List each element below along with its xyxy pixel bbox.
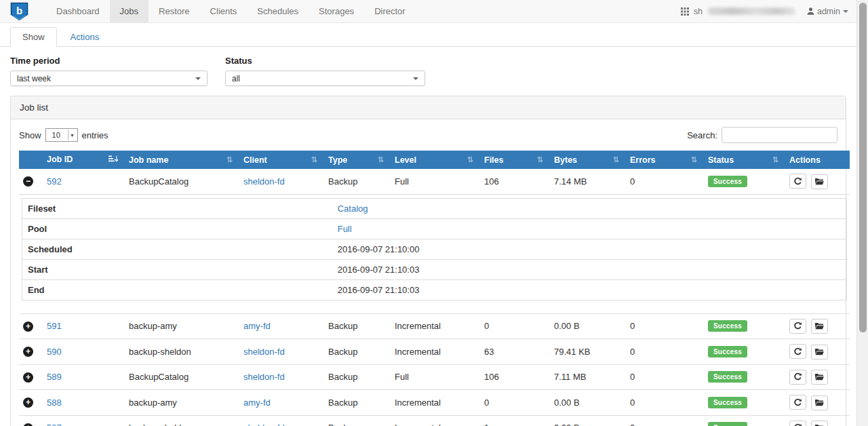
job-id-link[interactable]: 592 (47, 176, 62, 187)
nav-item-clients[interactable]: Clients (200, 0, 248, 22)
nav-item-director[interactable]: Director (364, 0, 416, 22)
detail-value: 2016-09-07 21:10:03 (332, 259, 847, 279)
column-header-errors[interactable]: ⇅Errors (625, 151, 703, 169)
job-list-panel: Job list Show 10 ▼ entries Search: (10, 96, 846, 426)
client-link[interactable]: amy-fd (243, 321, 271, 331)
sort-icon: ⇅ (378, 155, 384, 164)
client-link[interactable]: sheldon-fd (243, 347, 285, 357)
search-input[interactable] (722, 127, 837, 143)
detail-row-start: Start2016-09-07 21:10:03 (22, 259, 847, 279)
director-name-prefix[interactable]: sh (694, 7, 703, 16)
job-type-cell: Backup (323, 415, 389, 426)
expand-row-icon[interactable]: + (23, 423, 33, 426)
entries-label: entries (82, 130, 108, 140)
sort-icon: ⇅ (613, 155, 619, 164)
sort-icon: ⇅ (226, 155, 233, 164)
column-header-job-name[interactable]: ⇅Job name (123, 151, 238, 169)
rerun-icon (793, 398, 802, 407)
rerun-button[interactable] (789, 395, 806, 410)
expand-row-icon[interactable]: + (23, 322, 33, 332)
job-id-link[interactable]: 589 (47, 372, 62, 382)
job-id-link[interactable]: 591 (47, 321, 62, 331)
restore-browse-button[interactable] (811, 395, 828, 410)
status-select[interactable]: all (225, 71, 425, 86)
job-bytes-cell: 7.14 MB (549, 169, 625, 194)
time-period-select[interactable]: last week (10, 71, 208, 86)
restore-browse-button[interactable] (811, 319, 828, 334)
rerun-button[interactable] (789, 344, 806, 359)
column-label: Client (243, 155, 267, 165)
column-header-type[interactable]: ⇅Type (323, 151, 389, 169)
job-id-link[interactable]: 590 (47, 347, 62, 357)
column-label: Files (484, 155, 504, 165)
page: b DashboardJobsRestoreClientsSchedulesSt… (0, 0, 856, 426)
column-header-files[interactable]: ⇅Files (479, 151, 549, 169)
client-link[interactable]: amy-fd (243, 398, 271, 408)
client-link[interactable]: sheldon-fd (243, 176, 285, 187)
detail-label: Fileset (22, 198, 332, 218)
job-id-link[interactable]: 588 (47, 398, 62, 408)
restore-browse-button[interactable] (811, 370, 828, 385)
job-name-cell: backup-sheldon (123, 339, 238, 365)
job-id-link[interactable]: 587 (47, 423, 62, 426)
job-level-cell: Incremental (389, 390, 479, 416)
job-errors-cell: 0 (625, 364, 703, 390)
column-header-level[interactable]: ⇅Level (389, 151, 479, 169)
collapse-row-icon[interactable]: − (23, 176, 33, 187)
expand-row-icon[interactable]: + (23, 398, 33, 408)
sort-icon: ⇅ (772, 155, 778, 164)
job-name-cell: backup-sheldon (123, 415, 238, 426)
job-level-cell: Incremental (389, 339, 479, 365)
nav-item-storages[interactable]: Storages (309, 0, 364, 22)
column-label: Status (708, 155, 734, 165)
rerun-button[interactable] (789, 319, 806, 334)
column-header-bytes[interactable]: ⇅Bytes (549, 151, 625, 169)
detail-value-link[interactable]: Full (338, 224, 352, 234)
user-menu[interactable]: admin (806, 7, 848, 16)
column-header-job-id[interactable]: Job ID (41, 151, 123, 169)
rerun-button[interactable] (789, 174, 806, 189)
expand-row-icon[interactable]: + (23, 347, 33, 357)
detail-label: Scheduled (22, 239, 332, 259)
job-type-cell: Backup (323, 390, 389, 416)
folder-open-icon (814, 322, 824, 330)
job-level-cell: Incremental (389, 415, 479, 426)
time-period-value: last week (17, 74, 51, 83)
user-name: admin (817, 7, 840, 16)
detail-row-pool: PoolFull (22, 218, 847, 239)
jobs-table: Job ID⇅Job name⇅Client⇅Type⇅Level⇅Files⇅… (19, 151, 850, 426)
job-bytes-cell: 79.41 KB (549, 339, 625, 365)
job-level-cell: Incremental (389, 313, 479, 339)
show-label: Show (19, 130, 41, 140)
nav-item-schedules[interactable]: Schedules (247, 0, 309, 22)
detail-value-link[interactable]: Catalog (338, 204, 368, 214)
nav-item-jobs[interactable]: Jobs (110, 0, 149, 22)
nav-item-dashboard[interactable]: Dashboard (46, 0, 110, 22)
restore-browse-button[interactable] (811, 345, 828, 360)
scrollbar-thumb[interactable] (859, 3, 867, 332)
table-header-row: Job ID⇅Job name⇅Client⇅Type⇅Level⇅Files⇅… (19, 151, 850, 169)
bareos-logo[interactable]: b (0, 0, 37, 22)
client-link[interactable]: sheldon-fd (243, 423, 285, 426)
vertical-scrollbar[interactable] (856, 0, 868, 426)
column-header-status[interactable]: ⇅Status (703, 151, 784, 169)
restore-browse-button[interactable] (811, 174, 828, 189)
client-link[interactable]: sheldon-fd (243, 372, 285, 382)
user-menu-caret-icon (843, 10, 848, 13)
director-name-redacted (708, 7, 795, 15)
director-grid-icon[interactable] (681, 7, 689, 16)
job-type-cell: Backup (323, 339, 389, 365)
expand-row-icon[interactable]: + (23, 372, 33, 383)
rerun-button[interactable] (789, 421, 806, 426)
detail-row-end: End2016-09-07 21:10:03 (22, 279, 847, 300)
job-level-cell: Full (389, 169, 479, 194)
nav-item-restore[interactable]: Restore (149, 0, 200, 22)
column-header-client[interactable]: ⇅Client (238, 151, 323, 169)
rerun-icon (793, 347, 802, 356)
tab-actions[interactable]: Actions (58, 27, 112, 47)
page-length-select[interactable]: 10 ▼ (45, 128, 78, 142)
tab-show[interactable]: Show (10, 27, 57, 47)
rerun-button[interactable] (789, 370, 806, 385)
status-badge: Success (708, 346, 747, 357)
restore-browse-button[interactable] (811, 421, 828, 426)
